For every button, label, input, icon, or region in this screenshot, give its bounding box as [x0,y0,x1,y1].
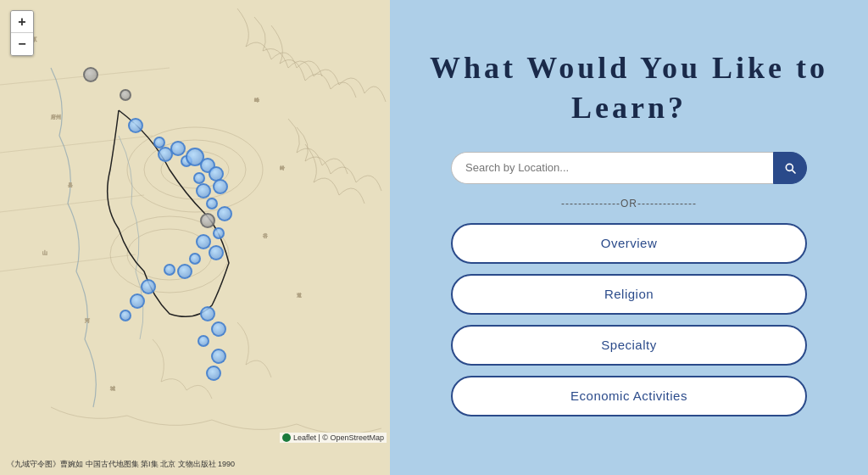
svg-text:道: 道 [297,293,302,298]
map-marker[interactable] [200,213,215,228]
main-title: What Would You Like to Learn? [424,48,834,128]
map-marker[interactable] [130,293,145,309]
btn-specialty[interactable]: Specialty [451,325,807,366]
content-panel: What Would You Like to Learn? ----------… [390,0,868,475]
svg-rect-0 [0,0,390,475]
map-marker[interactable] [213,227,225,239]
svg-text:山: 山 [42,250,47,255]
map-marker[interactable] [193,172,205,184]
map-marker[interactable] [189,253,201,265]
map-marker[interactable] [211,321,226,337]
map-marker[interactable] [120,89,131,101]
svg-text:谷: 谷 [263,233,268,238]
map-marker[interactable] [206,366,221,381]
map-marker[interactable] [141,279,156,294]
attribution-text: Leaflet | © OpenStreetMap [293,433,384,442]
map-marker[interactable] [164,264,175,276]
svg-text:县: 县 [68,182,73,187]
map-marker[interactable] [211,349,226,364]
map-marker[interactable] [200,306,215,321]
map-marker[interactable] [209,245,224,260]
map-marker[interactable] [196,234,211,249]
map-marker[interactable] [170,141,186,156]
map-marker[interactable] [128,118,143,133]
map-marker[interactable] [217,206,232,221]
search-button[interactable] [773,152,807,184]
map-marker[interactable] [83,67,98,82]
svg-text:城: 城 [109,386,115,391]
btn-economic[interactable]: Economic Activities [451,376,807,416]
map-caption: 《九域守令图》曹婉如 中国古代地图集 第I集 北京 文物出版社 1990 [7,459,235,470]
map-container: 北京 府州 县 山 河 城 峰 岭 谷 道 + [0,0,390,475]
map-background: 北京 府州 县 山 河 城 峰 岭 谷 道 [0,0,390,475]
map-marker[interactable] [177,264,192,279]
svg-text:府州: 府州 [51,114,61,120]
svg-text:峰: 峰 [254,98,259,103]
zoom-out-button[interactable]: − [11,33,33,55]
zoom-in-button[interactable]: + [11,11,33,33]
map-marker[interactable] [198,335,209,347]
leaflet-icon [282,433,291,442]
map-marker[interactable] [196,183,211,198]
buttons-container: OverviewReligionSpecialtyEconomic Activi… [451,223,807,427]
svg-text:岭: 岭 [280,165,285,170]
map-marker[interactable] [206,198,218,210]
svg-text:河: 河 [85,318,90,323]
or-divider: --------------OR-------------- [561,198,697,210]
zoom-controls[interactable]: + − [10,10,34,56]
search-icon [783,161,797,175]
map-marker[interactable] [120,310,131,321]
btn-overview[interactable]: Overview [451,223,807,264]
map-panel: 北京 府州 县 山 河 城 峰 岭 谷 道 + [0,0,390,475]
search-input[interactable] [451,152,773,184]
btn-religion[interactable]: Religion [451,274,807,315]
map-attribution: Leaflet | © OpenStreetMap [280,433,387,443]
search-row [451,152,807,184]
map-marker[interactable] [213,179,228,194]
